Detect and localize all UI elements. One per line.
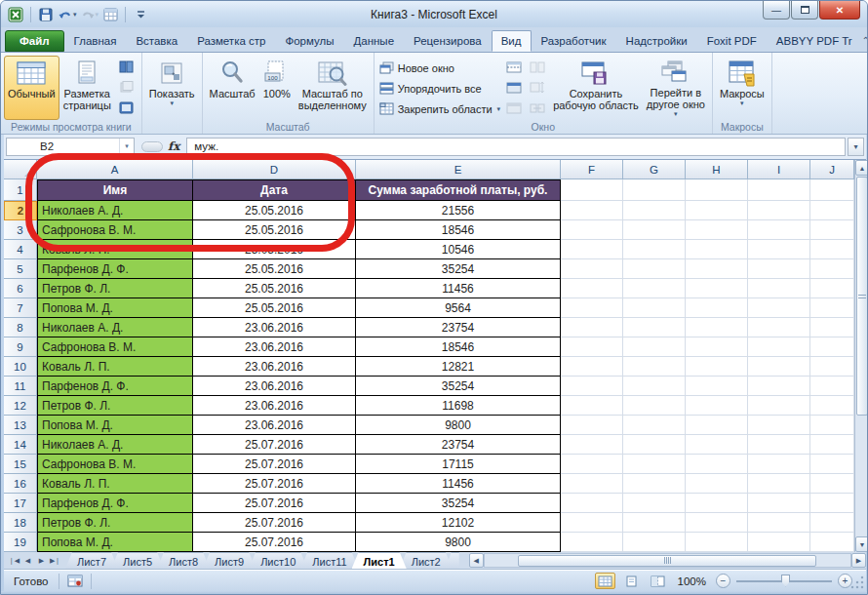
restore-button[interactable] <box>791 1 818 20</box>
zoom-level-label[interactable]: 100% <box>674 575 710 587</box>
view-side-by-side-icon[interactable] <box>527 58 548 76</box>
name-cell[interactable]: Петров Ф. Л. <box>37 396 193 416</box>
vertical-scroll-track[interactable] <box>855 416 868 536</box>
row-header-12[interactable]: 12 <box>4 396 37 416</box>
column-header-F[interactable]: F <box>561 160 623 179</box>
row-header-18[interactable]: 18 <box>4 513 37 533</box>
ribbon-tab-1[interactable]: Главная <box>64 30 127 52</box>
empty-cell[interactable] <box>623 396 686 416</box>
empty-cell[interactable] <box>623 240 686 259</box>
ribbon-tab-5[interactable]: Данные <box>343 30 404 52</box>
empty-cell[interactable] <box>623 533 686 552</box>
ribbon-tab-6[interactable]: Рецензирова <box>404 30 492 52</box>
row-header-13[interactable]: 13 <box>4 416 37 435</box>
empty-cell[interactable] <box>686 298 748 318</box>
name-cell[interactable]: Николаев А. Д. <box>37 435 193 455</box>
date-cell[interactable]: 23.06.2016 <box>193 337 356 357</box>
sheet-tab-3[interactable]: Лист9 <box>203 552 256 569</box>
empty-cell[interactable] <box>748 279 810 298</box>
date-cell[interactable]: 23.06.2016 <box>193 318 356 337</box>
last-sheet-icon[interactable]: ▶❘ <box>49 557 61 565</box>
empty-cell[interactable] <box>686 179 748 201</box>
sum-cell[interactable]: 9564 <box>356 298 561 318</box>
empty-cell[interactable] <box>561 494 623 513</box>
new-window-button[interactable]: Новое окно <box>379 59 500 77</box>
empty-cell[interactable] <box>686 337 748 357</box>
empty-cell[interactable] <box>623 455 686 474</box>
sum-cell[interactable]: 35254 <box>356 494 561 513</box>
empty-cell[interactable] <box>810 279 854 298</box>
empty-cell[interactable] <box>561 416 623 435</box>
row-header-1[interactable]: 1 <box>4 179 37 201</box>
empty-cell[interactable] <box>561 513 623 533</box>
zoom-100-button[interactable]: 100 100% <box>259 56 295 120</box>
empty-cell[interactable] <box>810 318 854 337</box>
empty-cell[interactable] <box>623 494 686 513</box>
empty-cell[interactable] <box>748 513 810 533</box>
table-header-date[interactable]: Дата <box>193 179 356 201</box>
row-header-6[interactable]: 6 <box>4 279 37 298</box>
empty-cell[interactable] <box>810 435 854 455</box>
empty-cell[interactable] <box>810 240 854 259</box>
date-cell[interactable]: 23.06.2016 <box>193 357 356 377</box>
empty-cell[interactable] <box>748 298 810 318</box>
empty-cell[interactable] <box>561 220 623 240</box>
empty-cell[interactable] <box>810 201 854 220</box>
empty-cell[interactable] <box>561 396 623 416</box>
row-header-3[interactable]: 3 <box>4 220 37 240</box>
date-cell[interactable]: 25.07.2016 <box>193 533 356 552</box>
column-header-E[interactable]: E <box>356 160 561 179</box>
name-cell[interactable]: Парфенов Д. Ф. <box>37 494 193 513</box>
zoom-slider-track[interactable] <box>736 580 832 582</box>
empty-cell[interactable] <box>810 513 854 533</box>
empty-cell[interactable] <box>686 533 748 552</box>
switch-window-button[interactable]: Перейти в другое окно ▾ <box>643 56 709 120</box>
empty-cell[interactable] <box>686 318 748 337</box>
row-header-7[interactable]: 7 <box>4 298 37 318</box>
ribbon-tab-3[interactable]: Разметка стр <box>187 30 275 52</box>
horizontal-scroll-thumb[interactable] <box>518 555 816 567</box>
empty-cell[interactable] <box>810 259 854 279</box>
sheet-tab-5[interactable]: Лист11 <box>300 552 358 569</box>
date-cell[interactable]: 25.05.2016 <box>193 279 356 298</box>
empty-cell[interactable] <box>748 337 810 357</box>
date-cell[interactable]: 25.05.2016 <box>193 259 356 279</box>
date-cell[interactable]: 25.05.2016 <box>193 201 356 220</box>
sum-cell[interactable]: 21556 <box>356 201 561 220</box>
date-cell[interactable]: 25.07.2016 <box>193 474 356 494</box>
empty-cell[interactable] <box>810 298 854 318</box>
page-break-preview-icon[interactable] <box>116 58 138 76</box>
page-layout-view-button[interactable]: Разметка страницы <box>59 56 115 120</box>
macros-button[interactable]: Макросы ▾ <box>716 56 769 120</box>
empty-cell[interactable] <box>561 533 623 552</box>
empty-cell[interactable] <box>810 533 854 552</box>
minimize-button[interactable]: — <box>763 1 790 20</box>
vertical-scroll-thumb[interactable] <box>856 177 868 416</box>
sum-cell[interactable]: 12821 <box>356 357 561 377</box>
sum-cell[interactable]: 23754 <box>356 318 561 337</box>
row-header-4[interactable]: 4 <box>4 240 37 259</box>
date-cell[interactable]: 23.06.2016 <box>193 396 356 416</box>
empty-cell[interactable] <box>623 435 686 455</box>
zoom-button[interactable]: Масштаб <box>206 56 259 120</box>
empty-cell[interactable] <box>686 259 748 279</box>
name-cell[interactable]: Николаев А. Д. <box>37 318 193 337</box>
name-cell[interactable]: Николаев А. Д. <box>37 201 193 220</box>
name-cell[interactable]: Коваль Л. П. <box>37 357 193 377</box>
empty-cell[interactable] <box>748 259 810 279</box>
name-box-dropdown-icon[interactable]: ▾ <box>119 139 134 155</box>
empty-cell[interactable] <box>623 337 686 357</box>
empty-cell[interactable] <box>748 396 810 416</box>
row-header-14[interactable]: 14 <box>4 435 37 455</box>
name-cell[interactable]: Парфенов Д. Ф. <box>37 377 193 396</box>
sum-cell[interactable]: 35254 <box>356 377 561 396</box>
sum-cell[interactable]: 17115 <box>356 455 561 474</box>
table-header-name[interactable]: Имя <box>37 179 193 201</box>
save-workspace-button[interactable]: Сохранить рабочую область <box>549 56 643 120</box>
ribbon-tab-0[interactable]: Файл <box>5 30 64 52</box>
page-break-shortcut[interactable] <box>648 573 668 589</box>
row-header-16[interactable]: 16 <box>4 474 37 494</box>
empty-cell[interactable] <box>810 220 854 240</box>
page-layout-shortcut[interactable] <box>621 573 642 589</box>
column-header-J[interactable]: J <box>810 160 854 179</box>
